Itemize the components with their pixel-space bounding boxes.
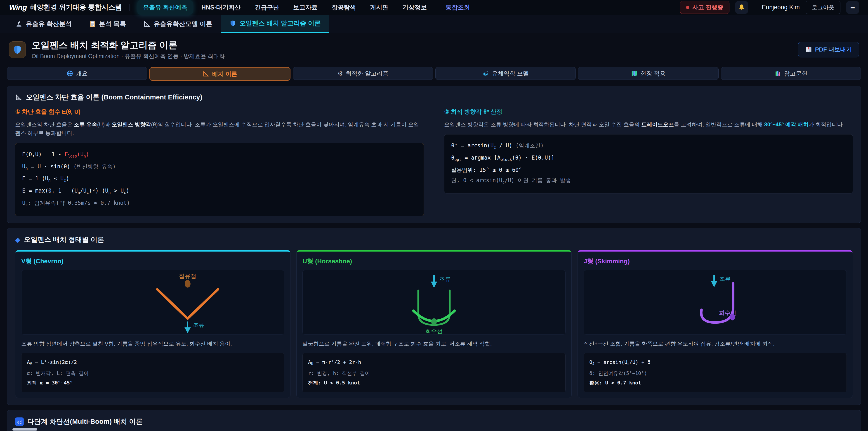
books-icon <box>774 70 781 77</box>
page-subtitle: Oil Boom Deployment Optimization · 유출유 확… <box>32 53 225 60</box>
incident-status-label: 사고 진행중 <box>692 3 723 11</box>
main-nav: 유출유 확산예측 HNS·대기확산 긴급구난 보고자료 항공탐색 게시판 기상정… <box>137 0 475 15</box>
tab-boom-algorithm-theory[interactable]: 오일펜스 배치 알고리즘 이론 <box>221 15 329 33</box>
subsection-title: ① 차단 효율 함수 E(θ, U) <box>15 108 424 116</box>
formula-line: AU = π·r²/2 + 2r·h <box>308 358 560 369</box>
tab-label: 분석 목록 <box>99 20 126 28</box>
nav-item-reports[interactable]: 보고자료 <box>288 0 323 15</box>
page-icon-box <box>9 41 26 58</box>
current-arrow-head <box>184 327 191 333</box>
recovery-vessel-dot <box>730 313 735 320</box>
nav-item-rescue[interactable]: 긴급구난 <box>249 0 285 15</box>
map-icon <box>631 70 638 77</box>
nav-item-oil-spill-prediction[interactable]: 유출유 확산예측 <box>137 0 193 15</box>
set-square-icon <box>203 70 209 77</box>
notifications-button[interactable] <box>735 1 748 14</box>
shape-card-u-horseshoe: U형 (Horseshoe) 조류 회수선 말굽형으로 기름을 완전 포위. 폐… <box>296 250 572 398</box>
recovery-vessel-dot <box>431 318 437 326</box>
horizontal-scrollbar-thumb[interactable] <box>12 428 37 431</box>
u-shape-diagram: 조류 회수선 <box>303 270 565 335</box>
shape-desc: 직선+곡선 조합. 기름을 한쪽으로 편향 유도하여 집유. 강조류/연안 배치… <box>584 339 847 348</box>
tab-spill-analysis[interactable]: 유출유 확산분석 <box>7 15 81 33</box>
efficiency-right-column: ② 최적 방향각 θ* 산정 오일펜스 방향각은 조류 방향에 따라 최적화됩니… <box>444 108 853 216</box>
numbers-icon: 1 2 3 4 <box>15 418 24 426</box>
app-root: Wing 해양환경 위기대응 통합시스템 유출유 확산예측 HNS·대기확산 긴… <box>0 0 868 431</box>
shape-card-v-chevron: V형 (Chevron) 집유점 조류 조류 방향 정면에서 양측으로 펼친 V… <box>15 250 290 398</box>
shape-desc: 말굽형으로 기름을 완전 포위. 폐쇄형 구조로 회수 효율 최고. 저조류 해… <box>303 339 565 348</box>
bell-icon <box>738 4 745 11</box>
section-tab-optimization-algorithm[interactable]: ⚙ 최적화 알고리즘 <box>293 67 433 80</box>
section-tab-label: 참고문헌 <box>784 70 807 78</box>
page-title-group: 오일펜스 배치 최적화 알고리즘 이론 Oil Boom Deployment … <box>32 39 225 60</box>
formula-line: E = max(0, 1 - (Un/Uc)²) (Un > Uc) <box>22 186 417 198</box>
card-title: 오일펜스 배치 형태별 이론 <box>24 235 104 244</box>
book-icon <box>805 47 812 53</box>
shape-title: V형 (Chevron) <box>21 257 284 266</box>
j-shape-svg: 조류 회수선 <box>584 270 846 334</box>
u-shape-svg: 조류 회수선 <box>303 270 565 334</box>
shape-formula-block: AU = π·r²/2 + 2r·h r: 반경, h: 직선부 길이 전제: … <box>303 353 565 392</box>
app-logo: Wing <box>9 3 27 12</box>
shield-icon <box>229 20 236 27</box>
set-square-icon <box>143 20 151 28</box>
tab-label: 유출유확산모델 이론 <box>154 20 213 28</box>
top-navbar: Wing 해양환경 위기대응 통합시스템 유출유 확산예측 HNS·대기확산 긴… <box>0 0 868 15</box>
nav-item-aerial-search[interactable]: 항공탐색 <box>326 0 362 15</box>
menu-button[interactable]: ≡ <box>846 1 859 14</box>
formula-line: θopt = argmax [Ablock(θ) · E(θ,U)] <box>451 153 846 165</box>
set-square-icon <box>15 94 22 101</box>
collection-point-label: 집유점 <box>179 273 196 279</box>
section-tab-label: 최적화 알고리즘 <box>346 70 388 78</box>
efficiency-columns: ① 차단 효율 함수 E(θ, U) 오일펜스의 차단 효율은 조류 유속(U)… <box>15 108 853 216</box>
card-title: 다단계 차단선(Multi-Boom) 배치 이론 <box>27 417 143 426</box>
collection-point-dot <box>185 280 191 287</box>
svg-text:3: 3 <box>17 422 19 425</box>
svg-text:2: 2 <box>20 419 22 422</box>
pdf-export-button[interactable]: PDF 내보내기 <box>798 42 859 57</box>
formula-line: δ: 안전여유각(5°~10°) <box>589 369 841 378</box>
section-tabs: 개요 배치 이론 ⚙ 최적화 알고리즘 유체역학 모델 <box>7 67 861 81</box>
j-shape-diagram: 조류 회수선 <box>584 270 847 335</box>
formula-line: 최적 α = 30°~45° <box>27 378 279 388</box>
j-boom-line <box>701 283 733 322</box>
nav-item-weather[interactable]: 기상정보 <box>397 0 432 15</box>
divider <box>755 4 755 11</box>
current-arrow-head <box>711 281 717 287</box>
current-label: 조류 <box>193 322 204 328</box>
formula-line: E(θ,U) = 1 - Floss(Un) <box>22 149 417 161</box>
divider <box>129 4 130 11</box>
svg-text:1: 1 <box>17 419 19 422</box>
section-tab-overview[interactable]: 개요 <box>7 67 147 80</box>
shape-title: J형 (Skimming) <box>584 257 847 266</box>
shape-cards-row: V형 (Chevron) 집유점 조류 조류 방향 정면에서 양측으로 펼친 V… <box>15 250 853 398</box>
tab-analysis-list[interactable]: 분석 목록 <box>81 15 135 33</box>
formula-line: θ* = arcsin(Uc / U) (임계조건) <box>451 140 846 153</box>
logout-button[interactable]: 로그아웃 <box>806 1 840 14</box>
status-dot-icon <box>686 6 689 9</box>
nav-item-hns[interactable]: HNS·대기확산 <box>196 0 246 15</box>
tab-diffusion-model-theory[interactable]: 유출유확산모델 이론 <box>135 15 221 33</box>
microscope-icon <box>16 20 23 28</box>
formula-line: Un = U · sin(θ) (법선방향 유속) <box>22 161 417 174</box>
section-tab-deployment-theory[interactable]: 배치 이론 <box>149 67 290 81</box>
efficiency-left-column: ① 차단 효율 함수 E(θ, U) 오일펜스의 차단 효율은 조류 유속(U)… <box>15 108 424 216</box>
v-shape-svg: 집유점 조류 <box>22 270 284 334</box>
formula-line: 전제: U < 0.5 knot <box>308 378 560 388</box>
section-tab-field-application[interactable]: 현장 적용 <box>578 67 718 80</box>
subsection-title: ② 최적 방향각 θ* 산정 <box>444 108 853 116</box>
section-tab-references[interactable]: 참고문헌 <box>721 67 861 80</box>
shape-desc: 조류 방향 정면에서 양측으로 펼친 V형. 기름을 중앙 집유점으로 유도. … <box>21 339 284 348</box>
current-label: 조류 <box>439 276 451 282</box>
section-tab-hydrodynamic-model[interactable]: 유체역학 모델 <box>435 67 576 80</box>
section-tab-label: 현장 적용 <box>640 70 665 78</box>
section-tab-label: 유체역학 모델 <box>492 70 529 78</box>
nav-item-board[interactable]: 게시판 <box>365 0 394 15</box>
nav-item-integrated-search[interactable]: 통합조회 <box>438 0 475 15</box>
formula-line: Uc: 임계유속(약 0.35m/s ≈ 0.7 knot) <box>22 198 417 210</box>
section-tab-label: 개요 <box>76 70 88 78</box>
formula-line: E = 1 (Un ≤ Uc) <box>22 173 417 186</box>
multi-boom-card: 1 2 3 4 다단계 차단선(Multi-Boom) 배치 이론 단일 오일펜… <box>7 410 861 431</box>
card-heading: 1 2 3 4 다단계 차단선(Multi-Boom) 배치 이론 <box>15 417 853 426</box>
tab-label: 오일펜스 배치 알고리즘 이론 <box>239 19 320 28</box>
page-header: 오일펜스 배치 최적화 알고리즘 이론 Oil Boom Deployment … <box>0 33 868 65</box>
